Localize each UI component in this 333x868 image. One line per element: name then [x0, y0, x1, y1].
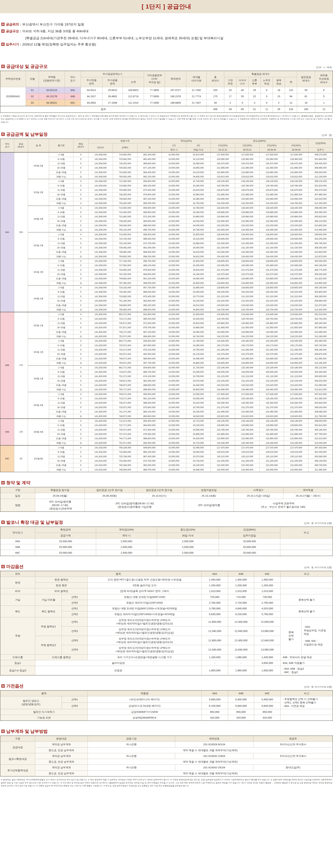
- table-row: 11-15층5141,616,000725,784,000867,400,000…: [0, 454, 333, 459]
- table-cell: 상부장 유리도어(여닫이장)+하부장 LPM도어 +벽/상판 세라믹타일1+빌트…: [88, 617, 201, 626]
- table-cell: 133,815,000: [260, 175, 284, 179]
- table-cell: 712,471,000: [113, 418, 137, 423]
- table-cell: 16~20층: [49, 326, 73, 330]
- section-square-icon: [1, 565, 5, 568]
- table-cell: 계약금 납부계좌: [35, 742, 88, 747]
- table-cell: 733,271,000: [113, 348, 137, 352]
- table-cell: 311,920,000: [308, 277, 333, 281]
- table-cell: 134,700,000: [284, 307, 308, 312]
- section-square-icon: [1, 65, 5, 68]
- table-cell: 129,360,000: [210, 157, 235, 161]
- table-cell: 5: [73, 303, 88, 307]
- table-cell: 730,992,000: [113, 188, 137, 192]
- table-cell: 6~10층: [49, 317, 73, 321]
- table-cell: 141,829,000: [88, 392, 113, 397]
- table-cell: 133,260,000: [284, 250, 308, 254]
- table-cell: 10,000,000: [162, 223, 186, 228]
- table-cell: 141,829,000: [88, 339, 113, 343]
- table-cell: 304,430,000: [308, 161, 333, 166]
- table-row: 84B25,000,0002,500,0002,500,00020,000,00…: [0, 544, 333, 550]
- table-cell: 691,071,000: [113, 312, 137, 317]
- table-cell: 132,375,000: [235, 352, 260, 356]
- table-cell: 계약금 납부계좌: [35, 765, 88, 770]
- table-cell: 10,000,000: [162, 392, 186, 397]
- table-row: 26층 이상11141,508,000750,592,000892,100,00…: [0, 175, 333, 179]
- table-cell: 109.6822: [123, 87, 144, 93]
- table-cell: 133,680,000: [260, 277, 284, 281]
- table-cell: 주택형 (전용면적기준): [39, 71, 65, 87]
- table-cell: 872,500,000: [137, 188, 162, 192]
- table-row: 빌트인 식기세척기삼성/DW80F71Y1SEW850,000850,00085…: [0, 709, 333, 715]
- table-cell: 5: [73, 272, 88, 277]
- section-title: 납부계좌 및 납부방법: [1, 728, 48, 734]
- table-cell: 5,840,000: [254, 703, 280, 709]
- table-cell: 130,785,000: [284, 428, 308, 432]
- table-cell: 899,000,000: [137, 281, 162, 285]
- table-cell: 127,470,000: [284, 445, 308, 450]
- movein-line: 입주시기 : 2026년 12월 예정(정확한 입주일자는 추후 통보함): [1, 42, 331, 47]
- table-cell: 5: [73, 450, 88, 454]
- table-cell: 132,225,000: [235, 379, 260, 383]
- table-cell: 897,700,000: [137, 361, 162, 365]
- table-row: 16~20층5141,829,000737,871,000879,700,000…: [0, 326, 333, 330]
- table-cell: 141,829,000: [88, 334, 113, 339]
- table-cell: 141,616,000: [88, 445, 113, 450]
- table-cell: 현관: [0, 577, 35, 588]
- table-cell: 141,508,000: [88, 277, 113, 281]
- table-cell: 740,671,000: [113, 352, 137, 356]
- table-cell: 0: [261, 100, 273, 106]
- table-cell: 861,100,000: [137, 397, 162, 401]
- table-cell: 입주시: [308, 148, 333, 152]
- table-cell: 26층 이상: [49, 254, 73, 259]
- table-row: 26층 이상11141,829,000748,971,000890,800,00…: [0, 414, 333, 418]
- table-row: 위치품목84A84B84C비고: [0, 571, 333, 577]
- table-cell: 계: [285, 77, 297, 87]
- table-cell: 84C: [254, 571, 280, 577]
- table-cell: 303,730,000: [308, 343, 333, 347]
- table-row: 16~20층5141,508,000742,292,000883,800,000…: [0, 272, 333, 277]
- table-cell: 127,830,000: [284, 152, 308, 157]
- table-row: 16~20층5141,508,000738,392,000879,900,000…: [0, 192, 333, 197]
- table-row: 21층~25층5141,829,000746,971,000888,800,00…: [0, 383, 333, 388]
- table-cell: 17: [224, 93, 236, 100]
- table-cell: 26.06.30: [260, 148, 284, 152]
- table-cell: 33,855,000: [186, 166, 210, 170]
- table-cell: 742,292,000: [113, 272, 137, 277]
- table-cell: 잔금(80%): [219, 527, 280, 533]
- table-cell: 10,000,000: [162, 388, 186, 392]
- table-cell: 868,400,000: [137, 401, 162, 405]
- table-cell: 867,400,000: [137, 454, 162, 459]
- table-cell: 141,829,000: [88, 374, 113, 379]
- table-cell: 728,292,000: [113, 161, 137, 166]
- table-cell: 5: [73, 459, 88, 463]
- table-cell: 5: [73, 210, 88, 214]
- table-cell: 128,655,000: [260, 285, 284, 290]
- table-cell: 754,192,000: [113, 228, 137, 232]
- table-cell: 제품명: [88, 690, 201, 696]
- table-cell: 873,700,000: [137, 241, 162, 245]
- table-cell: 131,310,000: [235, 294, 260, 299]
- table-cell: 5: [73, 188, 88, 192]
- table-cell: 306,530,000: [308, 405, 333, 409]
- table-cell: 33,335,000: [186, 370, 210, 374]
- table-cell: 129,015,000: [284, 450, 308, 454]
- table-cell: 2~5층: [49, 179, 73, 184]
- table-cell: 188.6805: [165, 100, 186, 106]
- table-cell: 133,815,000: [284, 175, 308, 179]
- table-cell: 299,460,000: [308, 206, 333, 210]
- table-cell: 141,508,000: [88, 170, 113, 175]
- table-cell: 33,120,000: [186, 157, 210, 161]
- table-cell: 134,355,000: [284, 228, 308, 232]
- table-cell: 141,508,000: [88, 237, 113, 241]
- table-cell: 3연동 슬라이딩 도어: [88, 583, 201, 588]
- table-cell: 계약체결: [283, 487, 333, 493]
- table-cell: 718,484,000: [113, 450, 137, 454]
- table-cell: 130,785,000: [235, 428, 260, 432]
- table-cell: 10,000,000: [162, 299, 186, 303]
- table-cell: 11: [73, 281, 88, 285]
- section-supply-overview: 공급대상 및 공급규모 (단위 : ㎡, 세대) 주택관리번호모델주택형 (전용…: [0, 64, 333, 124]
- table-cell: 2,500,000: [157, 544, 219, 550]
- supply-scale-subtext: [특별공급 216세대(기관추천 39세대, 다자녀가구 80세대, 신혼부부 …: [1, 36, 331, 42]
- table-cell: 133,455,000: [235, 467, 260, 472]
- section-title: 청약 및 계약: [1, 480, 30, 486]
